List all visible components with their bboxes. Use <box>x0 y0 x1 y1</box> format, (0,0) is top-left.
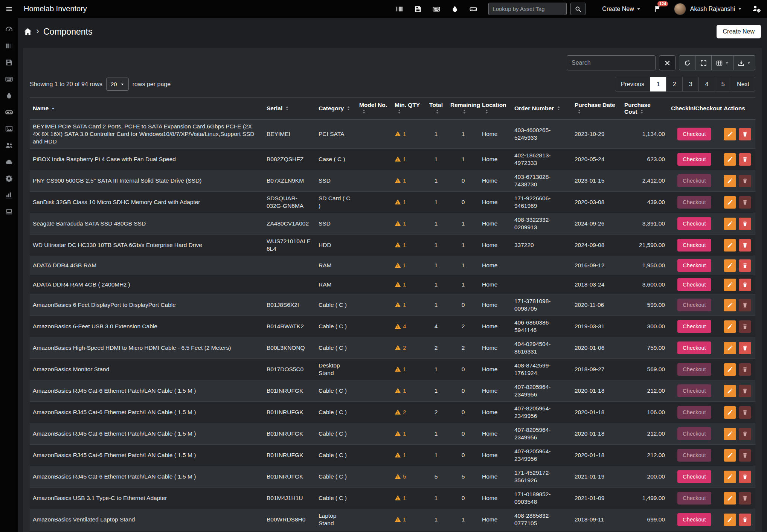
column-header-total[interactable]: Total <box>425 98 447 120</box>
cell-location[interactable]: Home <box>479 488 511 509</box>
user-menu[interactable]: Akash Rajvanshi <box>674 3 742 15</box>
cell-name[interactable]: AmazonBasics USB 3.1 Type-C to Ethernet … <box>30 488 264 509</box>
column-header-category[interactable]: Category <box>316 98 356 120</box>
edit-button[interactable] <box>724 320 736 333</box>
checkout-button[interactable]: Checkout <box>677 278 711 291</box>
pagination-previous[interactable]: Previous <box>615 77 650 91</box>
cell-location[interactable]: Home <box>479 359 511 380</box>
cell-category[interactable]: Cable ( C ) <box>316 488 356 509</box>
export-dropdown-button[interactable] <box>733 55 755 70</box>
delete-button[interactable] <box>739 279 751 291</box>
delete-button[interactable] <box>739 471 751 483</box>
cell-category[interactable]: Cable ( C ) <box>316 294 356 316</box>
delete-button[interactable] <box>739 239 751 252</box>
app-title[interactable]: Homelab Inventory <box>24 5 87 13</box>
cell-location[interactable]: Home <box>479 337 511 359</box>
cell-location[interactable]: Home <box>479 530 511 532</box>
cell-name[interactable]: AmazonBasics 6 Feet DisplayPort to Displ… <box>30 294 264 316</box>
delete-button[interactable] <box>739 153 751 166</box>
sidebar-item-requestable-items[interactable] <box>0 203 18 220</box>
edit-button[interactable] <box>724 342 736 354</box>
refresh-button[interactable] <box>679 55 695 70</box>
checkout-button[interactable]: Checkout <box>677 513 711 526</box>
nav-create-new-dropdown[interactable]: Create New <box>602 6 640 12</box>
cell-location[interactable]: Home <box>479 120 511 149</box>
pagination-next[interactable]: Next <box>731 77 755 91</box>
cell-category[interactable]: HDD <box>316 235 356 256</box>
column-header-purchase-cost[interactable]: Purchase Cost <box>621 98 668 120</box>
pagination-page-3[interactable]: 3 <box>682 77 699 91</box>
delete-button[interactable] <box>739 514 751 526</box>
cell-name[interactable]: AmazonBasics RJ45 Cat-6 Ethernet Patch/L… <box>30 466 264 488</box>
delete-button[interactable] <box>739 218 751 230</box>
delete-button[interactable] <box>739 342 751 354</box>
cell-category[interactable]: Case ( C ) <box>316 530 356 532</box>
edit-button[interactable] <box>724 153 736 166</box>
cell-name[interactable]: Antac : Full Tower ITX Cabinat <box>30 530 264 532</box>
checkout-button[interactable]: Checkout <box>677 341 711 354</box>
cell-name[interactable]: AmazonBasics Ventilated Laptop Stand <box>30 509 264 530</box>
cell-name[interactable]: ADATA DDR4 4GB RAM <box>30 256 264 275</box>
pagination-page-5[interactable]: 5 <box>715 77 731 91</box>
cell-category[interactable]: RAM <box>316 256 356 275</box>
cell-category[interactable]: PCI SATA <box>316 120 356 149</box>
cell-category[interactable]: Cable ( C ) <box>316 380 356 402</box>
checkout-button[interactable]: Checkout <box>677 259 711 272</box>
column-header-order-number[interactable]: Order Number <box>511 98 572 120</box>
asset-tag-search-button[interactable] <box>570 3 586 15</box>
cell-name[interactable]: AmazonBasics Monitor Stand <box>30 359 264 380</box>
edit-button[interactable] <box>724 449 736 462</box>
cell-name[interactable]: SanDisk 32GB Class 10 Micro SDHC Memory … <box>30 192 264 213</box>
sidebar-item-reports[interactable] <box>0 187 18 203</box>
cell-location[interactable]: Home <box>479 149 511 170</box>
cell-location[interactable]: Home <box>479 423 511 445</box>
cell-category[interactable]: SD Card ( C ) <box>316 192 356 213</box>
checkout-button[interactable]: Checkout <box>677 320 711 333</box>
admin-settings-button[interactable] <box>752 5 761 13</box>
column-header-purchase-date[interactable]: Purchase Date <box>572 98 621 120</box>
edit-button[interactable] <box>724 299 736 311</box>
table-search-input[interactable] <box>567 55 656 70</box>
sidebar-item-components[interactable] <box>0 104 18 120</box>
pagination-page-2[interactable]: 2 <box>666 77 683 91</box>
rows-per-page-select[interactable]: 20 <box>106 78 129 91</box>
column-header-remaining[interactable]: Remaining <box>447 98 479 120</box>
edit-button[interactable] <box>724 363 736 376</box>
cell-location[interactable]: Home <box>479 316 511 337</box>
cell-name[interactable]: AmazonBasics High-Speed HDMI to Micro HD… <box>30 337 264 359</box>
cell-location[interactable]: Home <box>479 192 511 213</box>
cell-category[interactable]: Cable ( C ) <box>316 316 356 337</box>
cell-name[interactable]: AmazonBasics 6-Feet USB 3.0 Extension Ca… <box>30 316 264 337</box>
edit-button[interactable] <box>724 175 736 187</box>
sidebar-item-people[interactable] <box>0 137 18 154</box>
column-header-location[interactable]: Location <box>479 98 511 120</box>
cell-category[interactable]: Cable ( C ) <box>316 337 356 359</box>
sidebar-item-dashboard[interactable] <box>0 21 18 38</box>
cell-name[interactable]: PiBOX India Raspberry Pi 4 Case with Fan… <box>30 149 264 170</box>
edit-button[interactable] <box>724 128 736 140</box>
checkout-button[interactable]: Checkout <box>677 217 711 230</box>
alerts-button[interactable]: 124 <box>654 5 661 12</box>
cell-category[interactable]: Laptop Stand <box>316 509 356 530</box>
nav-shortcut-licenses[interactable] <box>414 5 422 13</box>
nav-shortcut-accessories[interactable] <box>433 5 440 13</box>
sidebar-item-accessories[interactable] <box>0 71 18 87</box>
sidebar-item-consumables[interactable] <box>0 87 18 104</box>
cell-category[interactable]: RAM <box>316 275 356 294</box>
cell-category[interactable]: SSD <box>316 213 356 235</box>
edit-button[interactable] <box>724 279 736 291</box>
cell-name[interactable]: BEYIMEI PCIe SATA Card 2 Ports, PCI-E to… <box>30 120 264 149</box>
edit-button[interactable] <box>724 471 736 483</box>
cell-location[interactable]: Home <box>479 294 511 316</box>
cell-location[interactable]: Home <box>479 235 511 256</box>
cell-location[interactable]: Home <box>479 466 511 488</box>
edit-button[interactable] <box>724 492 736 505</box>
cell-name[interactable]: PNY CS900 500GB 2.5" SATA III Internal S… <box>30 170 264 192</box>
cell-name[interactable]: Seagate Barracuda SATA SSD 480GB SSD <box>30 213 264 235</box>
edit-button[interactable] <box>724 218 736 230</box>
pagination-page-1[interactable]: 1 <box>650 77 666 91</box>
edit-button[interactable] <box>724 514 736 526</box>
delete-button[interactable] <box>739 259 751 272</box>
nav-shortcut-components[interactable] <box>470 5 477 13</box>
edit-button[interactable] <box>724 239 736 252</box>
